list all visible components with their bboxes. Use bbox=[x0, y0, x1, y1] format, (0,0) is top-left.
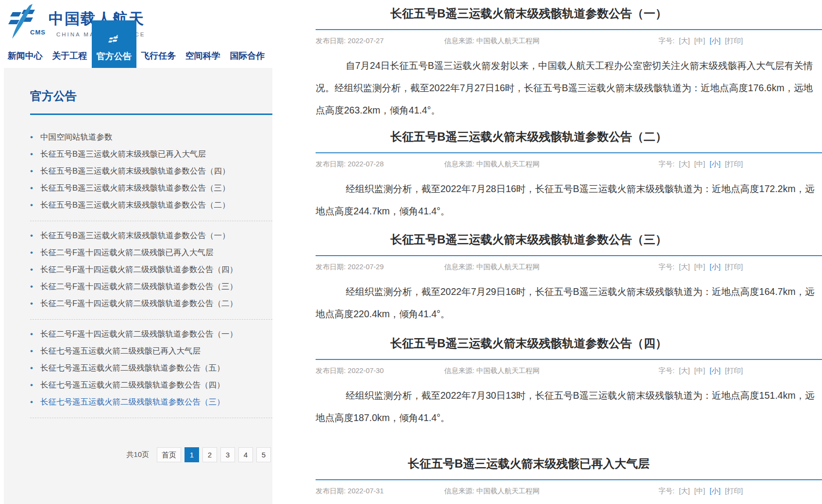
title-underline bbox=[316, 152, 822, 153]
font-size-medium-button[interactable]: [中] bbox=[694, 487, 705, 496]
list-item[interactable]: •长征五号B遥三运载火箭末级残骸轨道参数公告（三） bbox=[30, 179, 272, 196]
print-button[interactable]: [打印] bbox=[725, 36, 743, 46]
list-item[interactable]: •长征五号B遥三运载火箭末级残骸轨道参数公告（一） bbox=[30, 227, 272, 244]
bullet-icon: • bbox=[30, 248, 33, 258]
bullet-icon: • bbox=[30, 380, 33, 390]
left-pane: CMS 中国载人航天 CHINA MANNED SPACE 新闻中心 关于工程 bbox=[0, 0, 272, 504]
source-value: 中国载人航天工程网 bbox=[476, 487, 540, 495]
list-item[interactable]: •长征二号F遥十四运载火箭二级残骸已再入大气层 bbox=[30, 244, 272, 261]
font-size-large-button[interactable]: [大] bbox=[679, 36, 690, 46]
font-size-small-button[interactable]: [小] bbox=[709, 366, 721, 375]
font-size-large-button[interactable]: [大] bbox=[679, 160, 690, 169]
cms-abbr-label: CMS bbox=[30, 29, 46, 36]
brand-home-link[interactable]: CMS 中国载人航天 CHINA MANNED SPACE bbox=[0, 0, 272, 40]
font-size-small-button[interactable]: [小] bbox=[709, 36, 721, 46]
source: 信息来源: 中国载人航天工程网 bbox=[444, 160, 658, 169]
source-value: 中国载人航天工程网 bbox=[476, 37, 540, 45]
article-1: 长征五号B遥三运载火箭末级残骸轨道参数公告（一） 发布日期: 2022-07-2… bbox=[316, 6, 822, 121]
list-item[interactable]: •长征七号遥五运载火箭二级残骸轨道参数公告（五） bbox=[30, 359, 272, 376]
nav-item-official-announcements[interactable]: 官方公告 bbox=[92, 20, 136, 68]
font-size-medium-button[interactable]: [中] bbox=[694, 366, 705, 375]
font-size-medium-button[interactable]: [中] bbox=[694, 160, 705, 169]
article-body: 自7月24日长征五号B遥三运载火箭发射以来，中国载人航天工程办公室密切关注火箭末… bbox=[316, 54, 822, 121]
list-item[interactable]: •长征五号B遥三运载火箭末级残骸轨道参数公告（四） bbox=[30, 163, 272, 179]
list-item[interactable]: •长征二号F遥十四运载火箭二级残骸轨道参数公告（四） bbox=[30, 261, 272, 278]
first-page-button[interactable]: 首页 bbox=[157, 447, 181, 462]
title-underline bbox=[316, 359, 822, 360]
font-size-small-button[interactable]: [小] bbox=[709, 487, 721, 496]
list-item[interactable]: •长征五号B遥三运载火箭末级残骸已再入大气层 bbox=[30, 146, 272, 163]
font-size-small-button[interactable]: [小] bbox=[709, 262, 721, 272]
list-item-label: 中国空间站轨道参数 bbox=[40, 132, 113, 143]
list-item-label: 长征七号遥五运载火箭二级残骸轨道参数公告（五） bbox=[40, 363, 225, 374]
list-item-label: 长征五号B遥三运载火箭末级残骸已再入大气层 bbox=[40, 149, 206, 160]
bullet-icon: • bbox=[30, 265, 33, 275]
font-size-controls: 字号: [大] [中] [小] [打印] bbox=[658, 366, 743, 375]
page-button-4[interactable]: 4 bbox=[238, 447, 253, 462]
list-item-current[interactable]: •长征七号遥五运载火箭二级残骸轨道参数公告（三） bbox=[30, 393, 272, 410]
list-item[interactable]: •长征七号遥五运载火箭二级残骸轨道参数公告（四） bbox=[30, 376, 272, 393]
title-underline bbox=[316, 29, 822, 30]
article-body: 经组织监测分析，截至2022年7月28日16时，长征五号B遥三运载火箭末级残骸轨… bbox=[316, 178, 822, 222]
nav-item-news-center[interactable]: 新闻中心 bbox=[3, 44, 48, 68]
nav-item-flight-missions[interactable]: 飞行任务 bbox=[136, 44, 181, 68]
print-button[interactable]: [打印] bbox=[725, 366, 743, 375]
print-button[interactable]: [打印] bbox=[725, 262, 743, 272]
font-size-controls: 字号: [大] [中] [小] [打印] bbox=[658, 160, 743, 169]
bullet-icon: • bbox=[30, 346, 33, 356]
bullet-icon: • bbox=[30, 282, 33, 292]
list-item-label: 长征二号F遥十四运载火箭二级残骸已再入大气层 bbox=[40, 247, 214, 258]
font-size-small-button[interactable]: [小] bbox=[709, 160, 721, 169]
font-size-controls: 字号: [大] [中] [小] [打印] bbox=[658, 262, 743, 272]
source: 信息来源: 中国载人航天工程网 bbox=[444, 262, 658, 272]
print-button[interactable]: [打印] bbox=[725, 160, 743, 169]
nav-item-space-science[interactable]: 空间科学 bbox=[181, 44, 225, 68]
bullet-icon: • bbox=[30, 166, 33, 176]
nav-item-about-program[interactable]: 关于工程 bbox=[48, 44, 92, 68]
article-meta: 发布日期: 2022-07-31 信息来源: 中国载人航天工程网 字号: [大]… bbox=[316, 487, 822, 496]
nav-item-international-cooperation[interactable]: 国际合作 bbox=[225, 44, 270, 68]
publish-date-value: 2022-07-28 bbox=[348, 160, 384, 168]
list-item-label: 长征二号F遥十四运载火箭二级残骸轨道参数公告（二） bbox=[40, 298, 237, 309]
page-button-1[interactable]: 1 bbox=[185, 447, 199, 462]
list-item[interactable]: •长征二号F遥十四运载火箭二级残骸轨道参数公告（一） bbox=[30, 325, 272, 342]
article-title: 长征五号B遥三运载火箭末级残骸轨道参数公告（一） bbox=[316, 6, 822, 21]
font-size-label: 字号: bbox=[658, 366, 674, 375]
list-item[interactable]: •长征二号F遥十四运载火箭二级残骸轨道参数公告（三） bbox=[30, 278, 272, 295]
list-item[interactable]: •中国空间站轨道参数 bbox=[30, 129, 272, 146]
list-item[interactable]: •长征二号F遥十四运载火箭二级残骸轨道参数公告（二） bbox=[30, 295, 272, 312]
bullet-icon: • bbox=[30, 132, 33, 142]
publish-date-value: 2022-07-29 bbox=[348, 263, 384, 271]
articles-area: 长征五号B遥三运载火箭末级残骸轨道参数公告（一） 发布日期: 2022-07-2… bbox=[316, 0, 822, 504]
publish-date: 发布日期: 2022-07-30 bbox=[316, 366, 444, 375]
font-size-large-button[interactable]: [大] bbox=[679, 262, 690, 272]
article-meta: 发布日期: 2022-07-30 信息来源: 中国载人航天工程网 字号: [大]… bbox=[316, 366, 822, 375]
title-underline bbox=[316, 479, 822, 480]
article-title: 长征五号B遥三运载火箭末级残骸轨道参数公告（三） bbox=[316, 232, 822, 247]
list-item-label: 长征二号F遥十四运载火箭二级残骸轨道参数公告（一） bbox=[40, 329, 237, 340]
announcement-list-group-3: •长征二号F遥十四运载火箭二级残骸轨道参数公告（一） •长征七号遥五运载火箭二级… bbox=[30, 325, 272, 410]
publish-date: 发布日期: 2022-07-31 bbox=[316, 487, 444, 496]
font-size-label: 字号: bbox=[658, 36, 674, 46]
source-value: 中国载人航天工程网 bbox=[476, 263, 540, 271]
list-item[interactable]: •长征七号遥五运载火箭二级残骸已再入大气层 bbox=[30, 342, 272, 359]
font-size-large-button[interactable]: [大] bbox=[679, 487, 690, 496]
page-button-5[interactable]: 5 bbox=[256, 447, 271, 462]
font-size-medium-button[interactable]: [中] bbox=[694, 262, 705, 272]
print-button[interactable]: [打印] bbox=[725, 487, 743, 496]
source-value: 中国载人航天工程网 bbox=[476, 367, 540, 374]
list-item-label: 长征五号B遥三运载火箭末级残骸轨道参数公告（一） bbox=[40, 230, 230, 241]
source-label: 信息来源: bbox=[444, 367, 474, 374]
publish-date: 发布日期: 2022-07-29 bbox=[316, 262, 444, 272]
list-item[interactable]: •长征五号B遥三运载火箭末级残骸轨道参数公告（二） bbox=[30, 196, 272, 213]
bullet-icon: • bbox=[30, 231, 33, 241]
bullet-icon: • bbox=[30, 183, 33, 193]
font-size-label: 字号: bbox=[658, 487, 674, 496]
main-nav: 新闻中心 关于工程 官方公告 飞行任务 空间科学 国际合作 bbox=[0, 40, 272, 68]
font-size-medium-button[interactable]: [中] bbox=[694, 36, 705, 46]
announcement-list-group-2: •长征五号B遥三运载火箭末级残骸轨道参数公告（一） •长征二号F遥十四运载火箭二… bbox=[30, 227, 272, 312]
page-button-2[interactable]: 2 bbox=[202, 447, 217, 462]
source: 信息来源: 中国载人航天工程网 bbox=[444, 366, 658, 375]
page-button-3[interactable]: 3 bbox=[220, 447, 235, 462]
font-size-large-button[interactable]: [大] bbox=[679, 366, 690, 375]
